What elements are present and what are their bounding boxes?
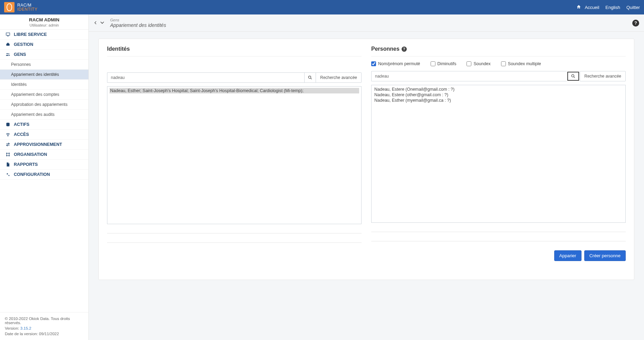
persons-result-row[interactable]: Nadeau, Esther (myemail@gmail.ca : ?): [374, 98, 623, 103]
nav-audit-matching[interactable]: Appariement des audits: [0, 110, 88, 120]
main: Gens Appariement des identités ? Identit…: [89, 14, 644, 340]
nav-audit-matching-label: Appariement des audits: [11, 112, 55, 117]
persons-advanced-label: Recherche avancée: [584, 74, 621, 79]
people-icon: [5, 52, 11, 57]
match-button[interactable]: Apparier: [554, 250, 581, 261]
persons-divider-2: [371, 241, 626, 241]
check-diminutives-label: Diminutifs: [438, 61, 456, 66]
panel: Identités Recherche avancée: [98, 39, 634, 280]
check-permuted-label: Nom/prénom permuté: [378, 61, 420, 66]
wifi-icon: [5, 132, 11, 137]
svg-point-9: [7, 173, 8, 175]
help-button[interactable]: ?: [632, 20, 639, 27]
nav: LIBRE SERVICE GESTION GENS Personnes App…: [0, 30, 88, 180]
nav-organization-label: ORGANISATION: [14, 152, 47, 157]
nav-access-label: ACCÈS: [14, 132, 29, 137]
check-diminutives[interactable]: Diminutifs: [431, 61, 456, 66]
nav-account-matching-label: Appariement des comptes: [11, 92, 59, 97]
nav-management[interactable]: GESTION: [0, 40, 88, 50]
check-soundex-multiple[interactable]: Soundex multiple: [501, 61, 541, 66]
identities-search-row: Recherche avancée: [107, 72, 362, 83]
identities-advanced-label: Recherche avancée: [320, 75, 357, 80]
persons-advanced-search[interactable]: Recherche avancée: [580, 71, 626, 81]
nav-identity-matching[interactable]: Appariement des identités: [0, 70, 88, 80]
toolbox-icon: [5, 42, 11, 47]
home-link[interactable]: Accueil: [576, 4, 599, 10]
check-soundex-multiple-input[interactable]: [501, 61, 506, 66]
identities-result-row[interactable]: Nadeau, Esther; Saint-Joseph's Hospital;…: [109, 88, 359, 93]
persons-column: Personnes ? Nom/prénom permuté Diminutif…: [371, 46, 626, 261]
nav-matching-approval-label: Approbation des appariements: [11, 102, 67, 107]
persons-heading: Personnes ?: [371, 46, 626, 57]
svg-rect-0: [6, 33, 10, 35]
persons-search-button[interactable]: [567, 72, 579, 81]
nav-identities[interactable]: Identités: [0, 80, 88, 90]
breadcrumb: Gens Appariement des identités: [110, 18, 166, 28]
persons-check-row: Nom/prénom permuté Diminutifs Soundex: [371, 61, 626, 66]
identities-listbox[interactable]: Nadeau, Esther; Saint-Joseph's Hospital;…: [107, 86, 362, 224]
sidebar-footer: © 2010-2022 Okiok Data. Tous droits rése…: [0, 312, 88, 340]
persons-search-input[interactable]: [371, 71, 567, 81]
footer-version-link[interactable]: 3.15.2: [20, 326, 31, 330]
nav-people-label: GENS: [14, 52, 26, 57]
user-name: RACM ADMIN: [0, 17, 88, 22]
nav-people[interactable]: GENS: [0, 50, 88, 60]
check-soundex-input[interactable]: [467, 61, 471, 66]
nav-management-label: GESTION: [14, 42, 33, 47]
persons-result-row[interactable]: Nadeau, Estere (other@gmail.com : ?): [374, 92, 623, 98]
quit-label: Quitter: [626, 5, 640, 10]
monitor-icon: [5, 32, 11, 37]
nav-self-service[interactable]: LIBRE SERVICE: [0, 30, 88, 40]
nav-provisioning[interactable]: APPROVISIONNEMENT: [0, 140, 88, 150]
language-link[interactable]: English: [605, 5, 620, 10]
nav-persons-label: Personnes: [11, 62, 31, 67]
persons-divider-1: [371, 232, 626, 232]
brand-text: RAC/M IDENTITY: [17, 3, 38, 11]
nav-account-matching[interactable]: Appariement des comptes: [0, 90, 88, 100]
svg-point-11: [309, 76, 311, 78]
identities-search-button[interactable]: [304, 72, 316, 83]
nav-provisioning-label: APPROVISIONNEMENT: [14, 142, 62, 147]
nav-matching-approval[interactable]: Approbation des appariements: [0, 100, 88, 110]
check-permuted[interactable]: Nom/prénom permuté: [371, 61, 420, 66]
nav-self-service-label: LIBRE SERVICE: [14, 32, 47, 37]
nav-identity-matching-label: Appariement des identités: [11, 72, 59, 77]
identities-advanced-search[interactable]: Recherche avancée: [316, 72, 362, 83]
persons-info-icon[interactable]: ?: [402, 47, 407, 52]
check-soundex-label: Soundex: [473, 61, 490, 66]
crumb-section: Gens: [110, 18, 166, 22]
identities-divider-1: [107, 233, 362, 233]
nav-reports-label: RAPPORTS: [14, 162, 38, 167]
sidebar-user: RACM ADMIN Utilisateur: admin: [0, 14, 88, 30]
persons-listbox[interactable]: Nadeau, Estere (Onemail@gmail.com : ?)Na…: [371, 85, 626, 223]
nav-assets[interactable]: ACTIFS: [0, 120, 88, 130]
crumb-down[interactable]: [100, 20, 105, 26]
brand-logo: [4, 2, 15, 12]
network-icon: [5, 152, 11, 157]
create-person-button[interactable]: Créer personne: [584, 250, 626, 261]
nav-access[interactable]: ACCÈS: [0, 130, 88, 140]
footer-date-label: Date de la version:: [5, 332, 39, 336]
nav-persons[interactable]: Personnes: [0, 60, 88, 70]
nav-organization[interactable]: ORGANISATION: [0, 150, 88, 160]
persons-result-row[interactable]: Nadeau, Estere (Onemail@gmail.com : ?): [374, 87, 623, 92]
svg-point-12: [572, 74, 574, 77]
check-soundex[interactable]: Soundex: [467, 61, 490, 66]
database-icon: [5, 122, 11, 127]
nav-reports[interactable]: RAPPORTS: [0, 160, 88, 170]
document-icon: [5, 162, 11, 167]
footer-version-label: Version:: [5, 326, 20, 330]
quit-link[interactable]: Quitter: [626, 5, 640, 10]
search-icon: [571, 74, 576, 79]
crumb-back[interactable]: [94, 20, 98, 26]
persons-heading-label: Personnes: [371, 46, 400, 52]
logo-ring-icon: [7, 3, 12, 11]
check-permuted-input[interactable]: [371, 61, 376, 66]
crumb-page: Appariement des identités: [110, 22, 166, 28]
footer-date: 09/11/2022: [39, 332, 59, 336]
check-diminutives-input[interactable]: [431, 61, 435, 66]
identities-search-input[interactable]: [107, 72, 304, 83]
nav-configuration[interactable]: CONFIGURATION: [0, 170, 88, 180]
svg-point-2: [8, 53, 9, 54]
language-label: English: [605, 5, 620, 10]
